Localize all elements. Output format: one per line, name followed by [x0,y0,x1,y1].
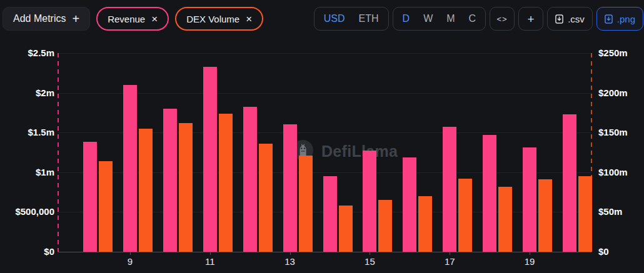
download-csv-button[interactable]: .csv [547,7,593,31]
y-axis-label-right: $150m [598,127,628,138]
bar-dex-volume[interactable] [498,187,512,252]
watermark-text: DefiLlama [321,142,398,161]
defillama-chart-panel: DefiLlama $2.5m$250m$2m$200m$1.5m$150m$1… [0,0,644,273]
x-axis-tick [210,252,211,255]
bar-revenue[interactable] [203,67,217,252]
bar-dex-volume[interactable] [139,129,153,252]
csv-button-label: .csv [568,14,585,24]
bar-revenue[interactable] [443,127,456,252]
bar-revenue[interactable] [563,114,576,252]
y-axis-label-right: $200m [598,87,628,99]
currency-option-eth[interactable]: ETH [352,7,386,30]
y-axis-label-left: $2m [36,87,54,99]
bar-dex-volume[interactable] [538,179,552,252]
bar-dex-volume[interactable] [339,206,353,252]
bar-revenue[interactable] [363,151,376,252]
x-axis-line [58,252,591,252]
interval-option-d[interactable]: D [396,7,417,30]
file-download-icon [605,14,613,24]
y-axis-label-right: $250m [598,47,628,59]
bar-revenue[interactable] [403,157,416,252]
bar-revenue[interactable] [243,107,257,252]
y-axis-label-left: $1m [36,167,54,178]
close-icon[interactable]: × [151,14,158,24]
y-axis-label-left: $500,000 [15,206,54,217]
embed-code-button[interactable]: <> [490,7,515,31]
bar-revenue[interactable] [123,85,137,252]
bar-chart: DefiLlama $2.5m$250m$2m$200m$1.5m$150m$1… [0,0,644,273]
file-download-icon [555,14,563,24]
x-axis-label: 11 [205,256,215,267]
plus-icon: + [72,12,79,25]
y-axis-label-right: $100m [598,167,628,178]
chart-controls-group: USD ETH D W M C <> + .csv [314,7,643,31]
interval-option-m[interactable]: M [440,7,461,30]
x-axis-tick [370,252,370,255]
download-png-button[interactable]: .png [596,7,643,31]
gridline [58,93,591,94]
bar-revenue[interactable] [83,142,97,252]
metrics-group: Add Metrics + Revenue × DEX Volume × [3,7,263,31]
currency-option-usd[interactable]: USD [317,7,352,30]
y-axis-label-left: $1.5m [28,127,54,138]
bar-dex-volume[interactable] [418,196,432,252]
metric-pill-revenue[interactable]: Revenue × [96,7,169,31]
x-axis-tick [130,252,131,255]
bar-revenue[interactable] [283,124,297,252]
bar-dex-volume[interactable] [299,156,313,252]
metric-pill-dex-volume[interactable]: DEX Volume × [175,7,263,31]
left-axis-dashed-line [58,53,59,252]
code-icon: <> [497,14,508,24]
bar-dex-volume[interactable] [458,179,472,252]
bar-revenue[interactable] [483,135,496,252]
bar-dex-volume[interactable] [219,114,233,252]
x-axis-label: 19 [525,256,535,267]
bar-dex-volume[interactable] [259,144,273,252]
metric-pill-label: Revenue [108,14,145,24]
add-metrics-label: Add Metrics [13,13,66,24]
bar-dex-volume[interactable] [179,123,193,252]
interval-option-c[interactable]: C [462,7,483,30]
metric-pill-label: DEX Volume [186,14,239,24]
bar-dex-volume[interactable] [578,176,592,252]
x-axis-tick [530,252,530,255]
bar-revenue[interactable] [163,109,177,252]
add-chart-button[interactable]: + [518,7,543,31]
interval-option-w[interactable]: W [416,7,440,30]
x-axis-label: 13 [284,256,295,267]
close-icon[interactable]: × [246,14,252,24]
bar-revenue[interactable] [523,147,536,252]
x-axis-tick [290,252,291,255]
x-axis-label: 17 [445,256,455,267]
y-axis-label-left: $2.5m [28,47,54,59]
currency-toggle: USD ETH [314,7,389,31]
bar-revenue[interactable] [323,176,337,252]
add-metrics-button[interactable]: Add Metrics + [3,7,90,31]
png-button-label: .png [617,14,635,24]
y-axis-label-right: $50m [598,206,622,217]
interval-toggle: D W M C [393,7,486,31]
plus-icon: + [528,13,535,25]
gridline [58,53,591,54]
y-axis-label-left: $0 [44,246,54,257]
x-axis-tick [450,252,450,255]
x-axis-label: 9 [128,256,133,267]
bar-dex-volume[interactable] [378,200,392,252]
y-axis-label-right: $0 [598,246,609,257]
bar-dex-volume[interactable] [99,161,113,252]
toolbar: Add Metrics + Revenue × DEX Volume × USD… [3,7,643,31]
x-axis-label: 15 [365,256,375,267]
